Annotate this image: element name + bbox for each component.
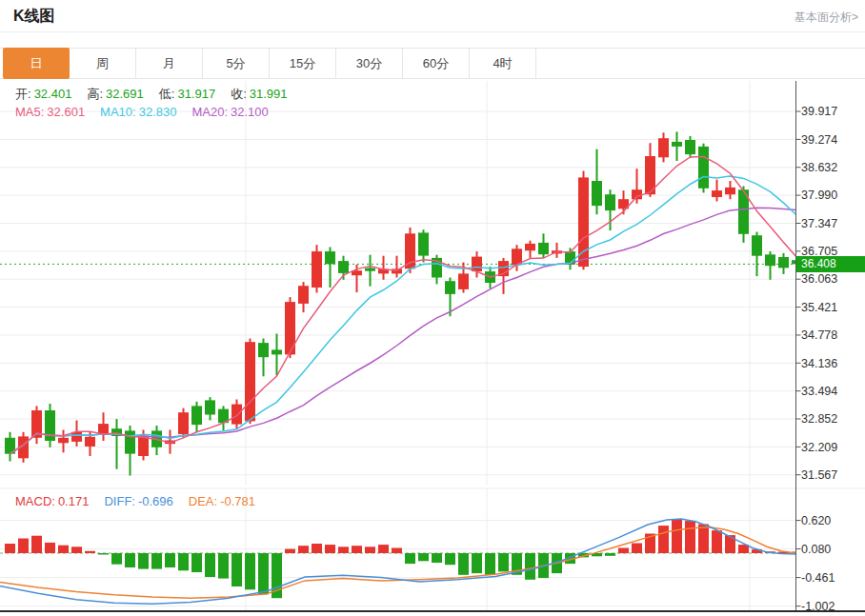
candle[interactable] [378,256,389,280]
macd-bar[interactable] [445,553,455,565]
candle[interactable] [312,245,322,292]
candle[interactable] [392,256,402,278]
candle[interactable] [752,232,762,277]
macd-bar[interactable] [191,553,202,572]
macd-bar[interactable] [85,551,95,553]
candle[interactable] [5,432,15,462]
macd-bar[interactable] [352,546,362,553]
macd-bar[interactable] [111,553,122,565]
candle[interactable] [538,233,549,258]
candle[interactable] [658,132,669,162]
macd-bar[interactable] [258,553,269,594]
macd-bar[interactable] [31,536,42,553]
candle[interactable] [58,430,69,453]
candle[interactable] [178,408,189,438]
tab-15分[interactable]: 15分 [270,49,336,78]
candle[interactable] [712,180,722,202]
tab-日[interactable]: 日 [3,48,70,79]
candle[interactable] [285,297,295,358]
macd-bar[interactable] [151,553,162,569]
macd-bar[interactable] [725,535,735,553]
macd-bar[interactable] [525,553,535,580]
candle[interactable] [98,412,109,441]
diff-value: -0.696 [138,494,173,508]
candle[interactable] [125,426,135,476]
candle[interactable] [552,243,562,258]
candle[interactable] [218,406,229,430]
candle[interactable] [231,400,242,429]
macd-info: MACD:0.171DIFF:-0.696DEA:-0.781 [15,494,271,508]
macd-bar[interactable] [658,526,669,553]
candle[interactable] [205,397,215,420]
candle[interactable] [725,181,735,199]
macd-bar[interactable] [685,521,695,553]
candle-body [365,268,375,271]
macd-bar[interactable] [498,553,509,571]
macd-bar[interactable] [325,545,335,553]
macd-bar[interactable] [98,553,109,555]
macd-bar[interactable] [125,553,135,567]
candle[interactable] [672,131,682,161]
candle[interactable] [498,258,509,294]
macd-bar[interactable] [618,548,629,554]
macd-bar[interactable] [698,525,709,554]
candle[interactable] [738,187,749,243]
macd-bar[interactable] [472,553,482,573]
macd-bar[interactable] [458,553,469,575]
tab-周[interactable]: 周 [70,49,136,78]
macd-bar[interactable] [245,553,255,589]
candle[interactable] [432,255,442,285]
macd-bar[interactable] [632,544,642,554]
candle[interactable] [298,282,309,312]
macd-bar[interactable] [58,546,69,553]
macd-bar[interactable] [485,553,495,575]
candle[interactable] [765,251,775,280]
macd-bar[interactable] [285,549,295,553]
macd-bar[interactable] [71,546,82,553]
macd-bar[interactable] [45,543,55,553]
macd-bar[interactable] [205,553,215,577]
candle[interactable] [405,228,415,273]
candle[interactable] [592,149,602,215]
macd-bar[interactable] [432,553,442,563]
macd-bar[interactable] [298,546,309,553]
macd-bar[interactable] [392,548,402,554]
macd-bar[interactable] [312,544,322,553]
macd-bar[interactable] [165,553,175,567]
candle[interactable] [632,169,642,204]
candle[interactable] [111,419,122,469]
tab-5分[interactable]: 5分 [203,49,270,78]
candle-body [592,181,602,206]
macd-bar[interactable] [5,544,15,553]
tab-月[interactable]: 月 [136,49,203,78]
macd-bar[interactable] [338,546,349,553]
candle[interactable] [45,404,55,447]
candle[interactable] [325,248,335,288]
macd-bar[interactable] [378,545,389,553]
candle[interactable] [191,402,202,432]
fundamental-analysis-link[interactable]: 基本面分析> [795,10,858,26]
candle[interactable] [418,229,429,262]
macd-bar[interactable] [672,520,682,554]
candle[interactable] [698,144,709,193]
macd-bar[interactable] [18,539,29,554]
tab-4时[interactable]: 4时 [470,49,536,78]
candle[interactable] [245,339,255,425]
macd-bar[interactable] [138,553,149,569]
macd-bar[interactable] [605,553,615,556]
candle[interactable] [258,339,269,377]
tab-60分[interactable]: 60分 [403,49,470,78]
candle[interactable] [778,253,789,274]
macd-bar[interactable] [231,553,242,586]
tab-30分[interactable]: 30分 [336,49,403,78]
macd-bar[interactable] [712,530,722,553]
macd-bar[interactable] [365,546,375,553]
candle[interactable] [31,406,42,444]
macd-bar[interactable] [178,553,189,570]
candle[interactable] [365,255,375,287]
macd-bar[interactable] [405,553,415,564]
candle-body [712,190,722,197]
candle[interactable] [525,241,535,258]
macd-bar[interactable] [418,553,429,561]
macd-bar[interactable] [218,553,229,579]
